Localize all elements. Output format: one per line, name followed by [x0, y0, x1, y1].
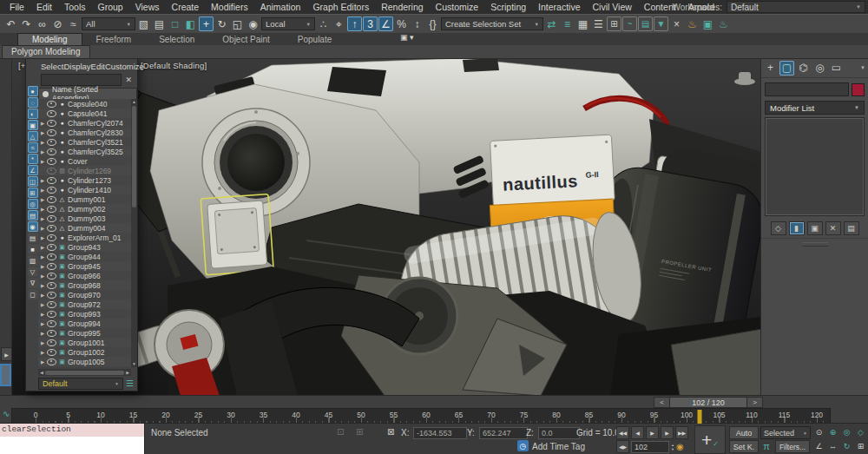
visibility-eye-icon[interactable] [47, 301, 56, 308]
z-coordinate-field[interactable]: 0.0 [538, 427, 580, 439]
scene-object-row[interactable]: ▶ Cover [38, 156, 131, 166]
scene-object-row[interactable]: ▶ Group966 [38, 271, 131, 280]
display-visibility-icon[interactable]: ◉ [28, 221, 38, 232]
render-production-icon[interactable]: ♨ [716, 16, 731, 31]
align-icon[interactable]: ≡ [560, 16, 575, 31]
scene-object-row[interactable]: ▶ Group972 [38, 299, 131, 309]
ribbon-tab[interactable]: Object Paint [208, 34, 283, 45]
menu-item[interactable]: Modifiers [205, 1, 254, 13]
scene-object-row[interactable]: ▶ Dummy002 [38, 204, 131, 214]
scene-object-row[interactable]: ▶ Group944 [38, 252, 131, 261]
horizontal-scrollbar[interactable]: ◀ ▶ [38, 369, 131, 376]
snaps-toggle-icon[interactable]: 3 [363, 16, 378, 31]
display-xrefs-icon[interactable]: ◎ [28, 199, 38, 209]
menu-item[interactable]: Views [129, 1, 166, 13]
playhead[interactable] [698, 410, 702, 424]
expand-arrow-icon[interactable]: ▶ [40, 130, 45, 135]
list-view-icon[interactable]: ▥ [28, 255, 38, 266]
scene-object-row[interactable]: ▶ Cylinder1269 [38, 166, 131, 175]
visibility-eye-icon[interactable] [47, 110, 56, 117]
zoom-all-icon[interactable]: ⊕ [826, 425, 839, 438]
scene-object-row[interactable]: ▶ ChamferCyl3525 [38, 147, 131, 156]
expand-arrow-icon[interactable]: ▶ [40, 178, 45, 183]
visibility-eye-icon[interactable] [47, 129, 56, 136]
auto-key-button[interactable]: Auto [729, 426, 759, 439]
object-name-field[interactable] [765, 82, 849, 96]
scene-object-row[interactable]: ▶ Capsule040 [38, 99, 131, 109]
percent-snap-icon[interactable]: % [394, 16, 409, 31]
expand-arrow-icon[interactable]: ▶ [40, 264, 45, 269]
maxscript-mini-listener[interactable]: clearSelection [0, 424, 145, 454]
menu-item[interactable]: Animation [254, 1, 307, 13]
menu-item[interactable]: Edit [30, 1, 58, 13]
scroll-up-icon[interactable]: ▲ [131, 99, 137, 105]
menu-item[interactable]: Civil View [587, 1, 638, 13]
time-slider-label[interactable]: 102 / 120 [670, 397, 746, 408]
selection-lock-icon[interactable]: ⊡ [337, 427, 344, 437]
visibility-eye-icon[interactable] [47, 225, 56, 232]
active-layout-thumb[interactable] [0, 364, 11, 386]
visibility-eye-icon[interactable] [47, 282, 56, 289]
visibility-eye-icon[interactable] [47, 215, 56, 222]
layout-flyout-button[interactable]: ▶ [1, 347, 12, 361]
zoom-region-icon[interactable]: ◇ [854, 425, 867, 438]
visibility-eye-icon[interactable] [47, 292, 56, 299]
render-setup-icon[interactable]: ♨ [685, 16, 700, 31]
modifier-list-dropdown[interactable]: Modifier List [765, 101, 865, 115]
menu-item[interactable]: Scripting [484, 1, 532, 13]
display-cameras-icon[interactable]: ▣ [28, 120, 38, 130]
rectangular-selection-icon[interactable]: □ [168, 16, 182, 31]
object-color-swatch[interactable] [852, 83, 865, 96]
key-filters-dropdown[interactable]: Selected [760, 426, 811, 439]
name-column-header[interactable]: Name (Sorted Ascending) [38, 88, 137, 100]
menu-item[interactable]: Create [166, 1, 206, 13]
sort-alphabetical-icon[interactable]: ▤ [28, 233, 38, 243]
expand-arrow-icon[interactable]: ▶ [40, 121, 45, 126]
scene-object-row[interactable]: ▶ Dummy001 [38, 194, 131, 204]
named-selection-sets-icon[interactable]: {} [425, 16, 440, 31]
expand-arrow-icon[interactable]: ▶ [40, 216, 45, 221]
container-icon[interactable]: ◻ [28, 289, 38, 299]
undo-icon[interactable]: ↶ [3, 16, 18, 31]
display-tab[interactable]: ▭ [829, 61, 844, 76]
show-end-result-button[interactable]: ▮ [789, 221, 805, 235]
explorer-menu-item[interactable]: Edit [91, 62, 105, 71]
scene-object-row[interactable]: ▶ Group993 [38, 309, 131, 319]
time-slider[interactable]: < 102 / 120 > [654, 397, 763, 408]
environment-dialog-icon[interactable]: ▣ [700, 16, 715, 31]
scrollbar-thumb[interactable] [45, 371, 124, 375]
pin-stack-button[interactable]: ◇ [771, 221, 786, 235]
window-crossing-icon[interactable]: ◧ [183, 16, 198, 31]
hierarchy-tab[interactable]: ⌬ [796, 61, 811, 76]
state-sets-icon[interactable]: × [669, 16, 684, 31]
go-to-end-button[interactable]: ▶▶ [675, 426, 688, 439]
orbit-icon[interactable]: ↻ [840, 439, 853, 452]
display-particles-icon[interactable]: * [28, 154, 38, 164]
expand-arrow-icon[interactable]: ▶ [40, 321, 45, 326]
display-materials-icon[interactable]: ▤ [28, 210, 38, 220]
ribbon-tab[interactable]: Selection [145, 34, 208, 45]
vertical-scrollbar[interactable]: ▲ ▼ [131, 99, 137, 367]
visibility-eye-icon[interactable] [47, 253, 56, 260]
visibility-eye-icon[interactable] [47, 139, 56, 146]
play-button[interactable]: ▶ [646, 426, 659, 439]
visibility-eye-icon[interactable] [47, 273, 56, 280]
visibility-eye-icon[interactable] [47, 120, 56, 127]
configure-modifier-sets-button[interactable]: ▤ [844, 221, 859, 235]
scene-object-row[interactable]: ▶ ChamferCyl2830 [38, 128, 131, 137]
field-of-view-icon[interactable]: ∠ [812, 439, 825, 452]
expand-arrow-icon[interactable]: ▶ [40, 254, 45, 260]
ribbon-overflow-icon[interactable]: ▣ ▾ [395, 33, 419, 42]
menu-item[interactable]: File [3, 1, 30, 13]
expand-arrow-icon[interactable]: ▶ [40, 293, 45, 298]
filter-sets-icon[interactable]: ▽ [28, 266, 38, 277]
scene-object-row[interactable]: ▶ Group968 [38, 280, 131, 290]
explorer-menu-item[interactable]: Customize [105, 62, 144, 71]
menu-item[interactable]: Graph Editors [306, 1, 375, 13]
scene-object-row[interactable]: ▶ Cylinder1273 [38, 175, 131, 185]
previous-key-button[interactable]: < [654, 397, 670, 408]
expand-arrow-icon[interactable]: ▶ [40, 207, 45, 212]
motion-tab[interactable]: ◎ [812, 61, 827, 76]
visibility-eye-icon[interactable] [47, 187, 56, 194]
scene-object-row[interactable]: ▶ Group970 [38, 290, 131, 299]
